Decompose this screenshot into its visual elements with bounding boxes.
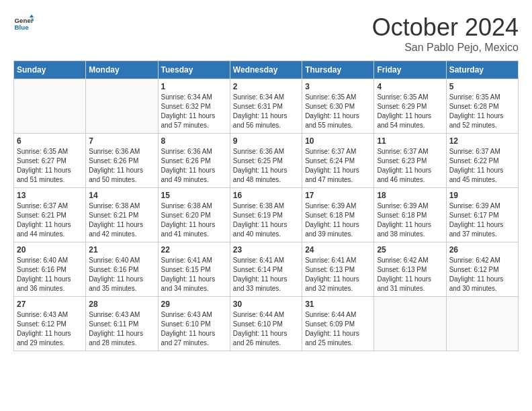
day-info: Sunrise: 6:37 AM Sunset: 6:23 PM Dayligh… [377, 147, 443, 185]
day-number: 21 [89, 245, 154, 255]
day-number: 1 [161, 82, 227, 91]
day-number: 19 [449, 191, 515, 200]
calendar-cell: 16Sunrise: 6:38 AM Sunset: 6:19 PM Dayli… [230, 188, 302, 242]
day-info: Sunrise: 6:43 AM Sunset: 6:11 PM Dayligh… [89, 310, 154, 348]
day-info: Sunrise: 6:42 AM Sunset: 6:12 PM Dayligh… [449, 256, 515, 293]
day-info: Sunrise: 6:39 AM Sunset: 6:18 PM Dayligh… [377, 201, 443, 239]
week-row-1: 1Sunrise: 6:34 AM Sunset: 6:32 PM Daylig… [14, 79, 519, 134]
weekday-header-friday: Friday [374, 61, 446, 79]
week-row-2: 6Sunrise: 6:35 AM Sunset: 6:27 PM Daylig… [14, 134, 519, 188]
day-info: Sunrise: 6:44 AM Sunset: 6:09 PM Dayligh… [305, 310, 371, 348]
day-info: Sunrise: 6:40 AM Sunset: 6:16 PM Dayligh… [89, 256, 154, 293]
calendar-cell: 1Sunrise: 6:34 AM Sunset: 6:32 PM Daylig… [158, 79, 230, 134]
calendar-cell: 23Sunrise: 6:41 AM Sunset: 6:14 PM Dayli… [230, 242, 302, 297]
weekday-header-row: SundayMondayTuesdayWednesdayThursdayFrid… [14, 61, 519, 79]
week-row-4: 20Sunrise: 6:40 AM Sunset: 6:16 PM Dayli… [14, 242, 519, 297]
calendar-cell: 30Sunrise: 6:44 AM Sunset: 6:10 PM Dayli… [230, 297, 302, 351]
title-area: October 2024 San Pablo Pejo, Mexico [372, 13, 519, 54]
day-number: 11 [377, 136, 443, 146]
day-number: 2 [233, 82, 299, 91]
day-number: 28 [89, 300, 154, 309]
day-info: Sunrise: 6:35 AM Sunset: 6:27 PM Dayligh… [17, 147, 83, 185]
day-number: 3 [305, 82, 371, 91]
calendar-cell: 29Sunrise: 6:43 AM Sunset: 6:10 PM Dayli… [158, 297, 230, 351]
day-info: Sunrise: 6:41 AM Sunset: 6:13 PM Dayligh… [305, 256, 371, 293]
calendar-cell: 5Sunrise: 6:35 AM Sunset: 6:28 PM Daylig… [446, 79, 518, 134]
logo-icon: General Blue [13, 13, 34, 34]
calendar-cell: 6Sunrise: 6:35 AM Sunset: 6:27 PM Daylig… [14, 134, 86, 188]
day-info: Sunrise: 6:34 AM Sunset: 6:32 PM Dayligh… [161, 93, 227, 130]
day-number: 7 [89, 136, 154, 146]
header: General Blue October 2024 San Pablo Pejo… [13, 13, 519, 54]
day-info: Sunrise: 6:44 AM Sunset: 6:10 PM Dayligh… [233, 310, 299, 348]
month-title: October 2024 [372, 13, 519, 42]
week-row-3: 13Sunrise: 6:37 AM Sunset: 6:21 PM Dayli… [14, 188, 519, 242]
day-info: Sunrise: 6:41 AM Sunset: 6:15 PM Dayligh… [161, 256, 227, 293]
week-row-5: 27Sunrise: 6:43 AM Sunset: 6:12 PM Dayli… [14, 297, 519, 351]
calendar-cell: 7Sunrise: 6:36 AM Sunset: 6:26 PM Daylig… [86, 134, 158, 188]
day-number: 5 [449, 82, 515, 91]
weekday-header-thursday: Thursday [302, 61, 374, 79]
day-info: Sunrise: 6:35 AM Sunset: 6:28 PM Dayligh… [449, 93, 515, 130]
day-number: 22 [161, 245, 227, 255]
day-number: 29 [161, 300, 227, 309]
calendar-cell: 19Sunrise: 6:39 AM Sunset: 6:17 PM Dayli… [446, 188, 518, 242]
calendar-cell [446, 297, 518, 351]
day-info: Sunrise: 6:38 AM Sunset: 6:20 PM Dayligh… [161, 201, 227, 239]
day-number: 12 [449, 136, 515, 146]
calendar-cell: 12Sunrise: 6:37 AM Sunset: 6:22 PM Dayli… [446, 134, 518, 188]
weekday-header-saturday: Saturday [446, 61, 518, 79]
calendar-cell: 18Sunrise: 6:39 AM Sunset: 6:18 PM Dayli… [374, 188, 446, 242]
day-number: 16 [233, 191, 299, 200]
day-number: 20 [17, 245, 83, 255]
svg-marker-2 [30, 15, 34, 18]
logo: General Blue [13, 13, 34, 34]
calendar-cell: 21Sunrise: 6:40 AM Sunset: 6:16 PM Dayli… [86, 242, 158, 297]
day-info: Sunrise: 6:37 AM Sunset: 6:24 PM Dayligh… [305, 147, 371, 185]
calendar-cell [374, 297, 446, 351]
calendar-cell: 28Sunrise: 6:43 AM Sunset: 6:11 PM Dayli… [86, 297, 158, 351]
calendar-cell: 17Sunrise: 6:39 AM Sunset: 6:18 PM Dayli… [302, 188, 374, 242]
day-number: 8 [161, 136, 227, 146]
day-number: 13 [17, 191, 83, 200]
day-info: Sunrise: 6:41 AM Sunset: 6:14 PM Dayligh… [233, 256, 299, 293]
day-info: Sunrise: 6:34 AM Sunset: 6:31 PM Dayligh… [233, 93, 299, 130]
calendar-cell: 27Sunrise: 6:43 AM Sunset: 6:12 PM Dayli… [14, 297, 86, 351]
calendar-cell: 25Sunrise: 6:42 AM Sunset: 6:13 PM Dayli… [374, 242, 446, 297]
day-number: 31 [305, 300, 371, 309]
day-number: 18 [377, 191, 443, 200]
calendar-cell: 13Sunrise: 6:37 AM Sunset: 6:21 PM Dayli… [14, 188, 86, 242]
day-number: 27 [17, 300, 83, 309]
calendar-cell: 10Sunrise: 6:37 AM Sunset: 6:24 PM Dayli… [302, 134, 374, 188]
day-info: Sunrise: 6:43 AM Sunset: 6:12 PM Dayligh… [17, 310, 83, 348]
day-info: Sunrise: 6:39 AM Sunset: 6:18 PM Dayligh… [305, 201, 371, 239]
day-info: Sunrise: 6:36 AM Sunset: 6:26 PM Dayligh… [89, 147, 154, 185]
day-info: Sunrise: 6:39 AM Sunset: 6:17 PM Dayligh… [449, 201, 515, 239]
day-info: Sunrise: 6:36 AM Sunset: 6:26 PM Dayligh… [161, 147, 227, 185]
calendar-cell: 26Sunrise: 6:42 AM Sunset: 6:12 PM Dayli… [446, 242, 518, 297]
day-info: Sunrise: 6:40 AM Sunset: 6:16 PM Dayligh… [17, 256, 83, 293]
weekday-header-wednesday: Wednesday [230, 61, 302, 79]
weekday-header-monday: Monday [86, 61, 158, 79]
day-number: 4 [377, 82, 443, 91]
day-number: 14 [89, 191, 154, 200]
calendar-cell [14, 79, 86, 134]
day-info: Sunrise: 6:37 AM Sunset: 6:22 PM Dayligh… [449, 147, 515, 185]
day-info: Sunrise: 6:42 AM Sunset: 6:13 PM Dayligh… [377, 256, 443, 293]
calendar-cell: 15Sunrise: 6:38 AM Sunset: 6:20 PM Dayli… [158, 188, 230, 242]
location-title: San Pablo Pejo, Mexico [372, 42, 519, 54]
day-number: 24 [305, 245, 371, 255]
calendar-cell: 14Sunrise: 6:38 AM Sunset: 6:21 PM Dayli… [86, 188, 158, 242]
day-number: 30 [233, 300, 299, 309]
calendar-cell: 3Sunrise: 6:35 AM Sunset: 6:30 PM Daylig… [302, 79, 374, 134]
calendar-cell: 2Sunrise: 6:34 AM Sunset: 6:31 PM Daylig… [230, 79, 302, 134]
calendar-cell: 8Sunrise: 6:36 AM Sunset: 6:26 PM Daylig… [158, 134, 230, 188]
weekday-header-tuesday: Tuesday [158, 61, 230, 79]
calendar-cell: 9Sunrise: 6:36 AM Sunset: 6:25 PM Daylig… [230, 134, 302, 188]
day-info: Sunrise: 6:35 AM Sunset: 6:30 PM Dayligh… [305, 93, 371, 130]
day-info: Sunrise: 6:38 AM Sunset: 6:21 PM Dayligh… [89, 201, 154, 239]
day-info: Sunrise: 6:38 AM Sunset: 6:19 PM Dayligh… [233, 201, 299, 239]
day-info: Sunrise: 6:36 AM Sunset: 6:25 PM Dayligh… [233, 147, 299, 185]
calendar-table: SundayMondayTuesdayWednesdayThursdayFrid… [13, 60, 519, 351]
calendar-cell: 11Sunrise: 6:37 AM Sunset: 6:23 PM Dayli… [374, 134, 446, 188]
